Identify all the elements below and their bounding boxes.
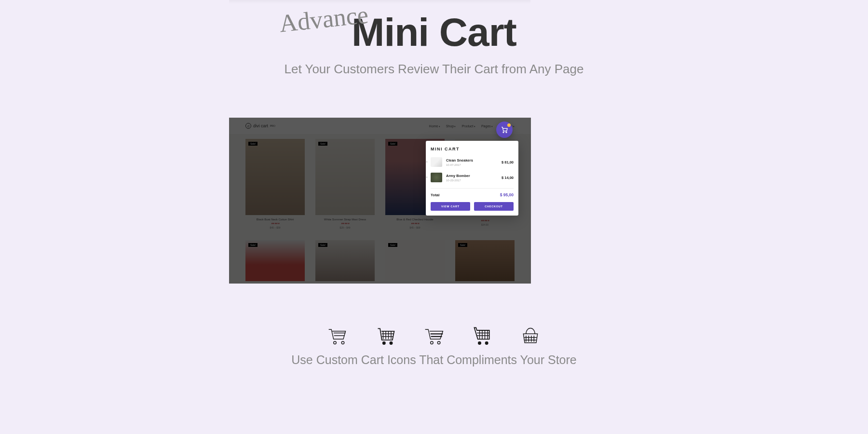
product-rating: ★★★★★ (411, 222, 420, 225)
product-rating: ★★★★★ (341, 222, 350, 225)
cart-item-price: $ 14,00 (502, 176, 514, 180)
svg-point-6 (431, 341, 434, 344)
page-subtitle: Let Your Customers Review Their Cart fro… (0, 62, 868, 77)
product-rating: ★★★★★ (271, 222, 280, 225)
product-card[interactable]: Sale! (245, 240, 305, 284)
svg-point-3 (341, 341, 344, 344)
demo-logo-text: divi cart (253, 123, 268, 128)
sale-badge: Sale! (248, 142, 258, 146)
cart-icon-variant-1 (327, 325, 348, 348)
svg-point-4 (383, 342, 386, 345)
product-price: $29 – $49 (339, 226, 350, 229)
product-card[interactable]: Sale! (385, 240, 445, 284)
svg-point-2 (334, 341, 337, 344)
cart-item-name: Clean Sneakers (446, 158, 498, 163)
svg-point-8 (478, 342, 481, 345)
cart-item[interactable]: × Army Bomber 10-23-2017 $ 14,00 (431, 173, 514, 182)
sale-badge: Sale! (458, 243, 467, 247)
sale-badge: Sale! (318, 142, 327, 146)
cart-item[interactable]: × Clean Sneakers 10-07-2017 $ 81,00 (431, 157, 514, 167)
product-card[interactable]: Sale! White Summer Strap Maxi Dress ★★★★… (315, 139, 375, 231)
product-title: Black Boat Neck Cotton Shirt (257, 218, 294, 221)
sale-badge: Sale! (248, 243, 258, 247)
mini-cart-title: MINI CART (431, 147, 514, 151)
product-price: $45 – $69 (409, 226, 420, 229)
cart-total-row: Total $ 95,00 (431, 192, 514, 197)
sale-badge: Sale! (388, 243, 397, 247)
cart-icon (501, 126, 508, 134)
cart-item-date: 10-07-2017 (446, 163, 498, 166)
cart-icon-variant-3 (423, 325, 445, 348)
nav-item[interactable]: Shop (446, 124, 456, 128)
product-price: $34.00 (481, 223, 488, 226)
logo-icon: d (245, 123, 251, 129)
remove-item-icon[interactable]: × (426, 160, 428, 163)
product-price: $45 – $59 (270, 226, 280, 229)
mini-cart-popup: MINI CART × Clean Sneakers 10-07-2017 $ … (426, 141, 518, 216)
product-card[interactable]: Sale! Black Boat Neck Cotton Shirt ★★★★★… (245, 139, 305, 231)
remove-item-icon[interactable]: × (426, 176, 428, 179)
svg-point-0 (503, 132, 504, 133)
sale-badge: Sale! (318, 243, 327, 247)
svg-point-1 (506, 132, 507, 133)
checkout-button[interactable]: CHECKOUT (474, 202, 514, 211)
nav-item[interactable]: Home (429, 124, 440, 128)
demo-navbar: d divi cart PRO Home Shop Product Pages … (229, 118, 531, 134)
svg-point-9 (485, 342, 488, 345)
cart-total-label: Total (431, 193, 440, 197)
cart-icon-variant-2 (375, 325, 396, 348)
product-rating: ★★★★★ (481, 219, 489, 222)
nav-item[interactable]: Product (461, 124, 475, 128)
product-title: Blue & Red Checked Hoodie (396, 218, 433, 221)
cart-icon-variants (0, 325, 868, 348)
demo-logo-suffix: PRO (270, 124, 275, 127)
product-card[interactable]: Sale! (315, 240, 375, 284)
page-header: Advance Mini Cart Let Your Customers Rev… (0, 10, 868, 77)
cart-total-value: $ 95,00 (500, 192, 514, 197)
page-title: Mini Cart (352, 10, 516, 54)
product-card[interactable]: Sale! (455, 240, 515, 284)
cart-fab-button[interactable] (496, 122, 513, 138)
demo-logo: d divi cart PRO (245, 123, 275, 129)
sale-badge: Sale! (388, 142, 397, 146)
nav-item[interactable]: Pages (481, 124, 493, 128)
divider (431, 188, 514, 189)
bottom-caption: Use Custom Cart Icons That Compliments Y… (0, 353, 868, 367)
view-cart-button[interactable]: VIEW CART (431, 202, 470, 211)
basket-icon-variant (520, 325, 541, 348)
svg-point-7 (437, 341, 440, 344)
cart-icon-variant-4 (472, 325, 493, 348)
product-title: White Summer Strap Maxi Dress (324, 218, 366, 221)
top-shadow (229, 0, 530, 4)
cart-item-thumb (431, 157, 442, 167)
cart-item-thumb (431, 173, 442, 182)
cart-item-price: $ 81,00 (502, 160, 514, 164)
cart-item-date: 10-23-2017 (446, 179, 498, 182)
cart-item-name: Army Bomber (446, 174, 498, 178)
demo-screenshot: d divi cart PRO Home Shop Product Pages … (229, 118, 531, 284)
svg-point-5 (390, 342, 393, 345)
